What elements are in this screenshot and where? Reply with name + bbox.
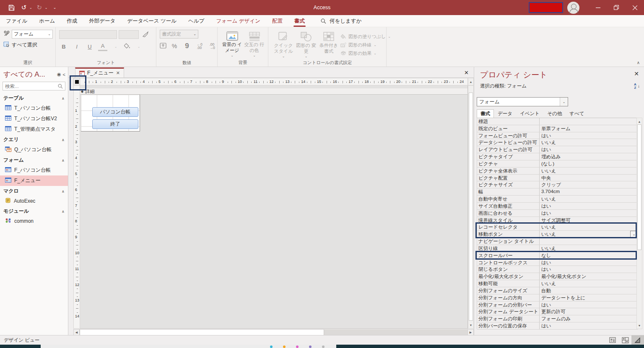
nav-group-5[interactable]: モジュール∧ [0, 206, 68, 216]
design-view-button[interactable] [631, 335, 644, 345]
property-value[interactable]: 中央 [540, 175, 638, 181]
property-value[interactable]: フォームのみ [540, 315, 638, 322]
customize-quick-access-icon[interactable]: ⌄ [49, 2, 60, 13]
property-tab-イベント[interactable]: イベント [516, 109, 543, 118]
form-view-button[interactable] [606, 335, 619, 345]
property-tab-データ[interactable]: データ [494, 109, 516, 118]
nav-group-1[interactable]: テーブル∧ [0, 93, 68, 103]
property-row[interactable]: 分割フォームの方向データシートを上に [477, 294, 638, 302]
property-value[interactable]: (なし) [540, 160, 638, 167]
object-selector-combo[interactable]: フォーム ⌄ [477, 97, 568, 106]
property-value[interactable]: はい [540, 210, 638, 217]
property-value[interactable]: クリップ [540, 181, 638, 188]
property-row[interactable]: 移動可能いいえ [477, 280, 638, 287]
menu-tab-4[interactable]: 外部データ [83, 15, 121, 27]
property-row[interactable]: 標題 [477, 118, 638, 125]
nav-item-Q_パソコン台帳[interactable]: Q_パソコン台帳 [0, 144, 68, 155]
property-value[interactable]: 最小化/最大化ボタン [540, 273, 638, 280]
form-design-canvas[interactable]: ◆ 詳細 パソコン台帳 終了 [80, 85, 468, 329]
detail-section-bar[interactable]: ◆ 詳細 [80, 88, 467, 95]
property-tab-書式[interactable]: 書式 [477, 109, 494, 118]
form-button-pc-ledger[interactable]: パソコン台帳 [92, 107, 138, 117]
nav-item-AutoExec[interactable]: AutoExec [0, 196, 68, 206]
scroll-down-icon[interactable]: ▼ [637, 322, 642, 328]
menu-tab-9[interactable]: 書式 [288, 15, 311, 27]
property-value[interactable]: はい [540, 203, 638, 209]
property-row[interactable]: 最小化/最大化ボタン最小化/最大化ボタン [477, 273, 638, 280]
property-scrollbar[interactable]: ▲ ▼ [636, 118, 642, 329]
close-tab-icon[interactable]: ✕ [116, 70, 120, 76]
close-document-icon[interactable]: ✕ [464, 70, 469, 76]
undo-icon[interactable]: ↺ [18, 2, 29, 13]
property-value[interactable]: はい [540, 302, 638, 308]
menu-tab-2[interactable]: ホーム [33, 15, 61, 27]
property-row[interactable]: ピクチャ(なし) [477, 160, 638, 168]
navigation-search[interactable] [3, 82, 65, 90]
scroll-right-icon[interactable]: ▶ [467, 329, 474, 335]
property-value[interactable]: 更新の許可 [540, 308, 638, 315]
scroll-down-icon[interactable]: ▼ [468, 322, 473, 328]
property-value[interactable] [540, 118, 638, 125]
restore-button[interactable] [607, 0, 626, 15]
background-image-button[interactable]: 背景の イメージ ⌄ [221, 30, 243, 60]
property-value[interactable]: 3.704cm [540, 188, 638, 195]
shutter-close-icon[interactable]: < [63, 72, 65, 77]
property-row[interactable]: コントロールボックスはい [477, 259, 638, 266]
property-value[interactable]: 自動 [540, 287, 638, 294]
property-value[interactable]: 埋め込み [540, 153, 638, 160]
nav-item-F_パソコン台帳[interactable]: F_パソコン台帳 [0, 165, 68, 175]
form-grid-surface[interactable]: パソコン台帳 終了 [81, 95, 140, 131]
property-row[interactable]: 分割フォームの分割バーはい [477, 302, 638, 309]
property-row[interactable]: 分割フォーム データシート更新の許可 [477, 308, 638, 315]
nav-group-2[interactable]: クエリ∧ [0, 134, 68, 144]
property-row[interactable]: 分割フォームの印刷フォームのみ [477, 315, 638, 322]
nav-item-F_メニュー[interactable]: F_メニュー [0, 175, 68, 186]
menu-tab-3[interactable]: 作成 [61, 15, 83, 27]
property-value[interactable]: はい [540, 259, 638, 266]
property-row[interactable]: 自動中央寄せいいえ [477, 196, 638, 203]
nav-group-4[interactable]: マクロ∧ [0, 186, 68, 196]
property-value[interactable]: データシートを上に [540, 294, 638, 301]
property-tab-その他[interactable]: その他 [543, 109, 566, 118]
property-value[interactable]: いいえ [540, 139, 638, 146]
save-icon[interactable] [6, 2, 17, 13]
control-selector-combo[interactable]: フォーム⌄ [12, 30, 53, 39]
menu-tab-7[interactable]: フォーム デザイン [210, 15, 266, 27]
close-button[interactable] [626, 0, 644, 15]
property-row[interactable]: レイアウトビューの許可はい [477, 146, 638, 153]
vertical-scrollbar[interactable]: ▼ [468, 85, 474, 329]
property-row[interactable]: フォームビューの許可はい [477, 132, 638, 139]
form-button-exit[interactable]: 終了 [92, 119, 138, 129]
property-row[interactable]: 閉じるボタンはい [477, 266, 638, 273]
horizontal-scrollbar-thumb[interactable] [80, 329, 324, 335]
navigation-menu-icon[interactable]: ◉ [57, 72, 61, 77]
nav-item-common[interactable]: common [0, 216, 68, 226]
sort-az-icon[interactable]: AZ↓ [631, 83, 639, 90]
search-input[interactable] [5, 84, 58, 89]
property-row[interactable]: 既定のビュー単票フォーム [477, 125, 638, 132]
property-row[interactable]: ピクチャサイズクリップ [477, 181, 638, 188]
menu-tab-1[interactable]: ファイル [0, 15, 33, 27]
property-row[interactable]: ピクチャ配置中央 [477, 175, 638, 182]
menu-tab-6[interactable]: ヘルプ [182, 15, 210, 27]
tell-me-search[interactable]: 何をしますか [321, 15, 361, 27]
account-avatar[interactable] [567, 2, 579, 14]
nav-item-T_パソコン台帳[interactable]: T_パソコン台帳 [0, 103, 68, 113]
property-scrollbar-thumb[interactable] [637, 124, 641, 250]
select-all-button[interactable]: すべて選択 [3, 41, 53, 49]
property-row[interactable]: ピクチャ全体表示いいえ [477, 168, 638, 175]
vertical-scrollbar-thumb[interactable] [469, 93, 473, 321]
menu-tab-5[interactable]: データベース ツール [121, 15, 182, 27]
property-row[interactable]: 幅3.704cm [477, 188, 638, 196]
property-value[interactable] [540, 238, 638, 245]
property-value[interactable]: はい [540, 132, 638, 139]
property-row[interactable]: 分割バーの位置の保存はい [477, 322, 638, 330]
property-value[interactable]: 単票フォーム [540, 125, 638, 132]
scroll-up-icon[interactable]: ▲ [637, 119, 642, 124]
menu-tab-8[interactable]: 配置 [266, 15, 288, 27]
property-value[interactable]: はい [540, 322, 638, 329]
layout-view-button[interactable] [619, 335, 631, 345]
property-row[interactable]: 分割フォームのサイズ自動 [477, 287, 638, 294]
property-tab-すべて[interactable]: すべて [566, 109, 588, 118]
nav-item-T_パソコン台帳V2[interactable]: T_パソコン台帳V2 [0, 113, 68, 124]
